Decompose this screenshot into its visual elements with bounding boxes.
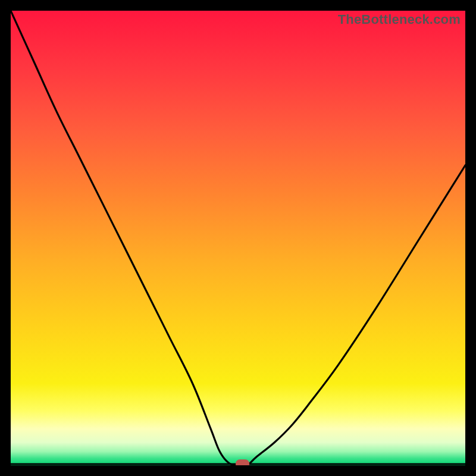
plot-area: TheBottleneck.com [11, 11, 465, 465]
chart-root: TheBottleneck.com [0, 0, 476, 476]
curve-layer [11, 11, 465, 465]
bottleneck-curve [11, 11, 465, 465]
optimal-marker [236, 460, 249, 465]
watermark-text: TheBottleneck.com [338, 12, 461, 27]
